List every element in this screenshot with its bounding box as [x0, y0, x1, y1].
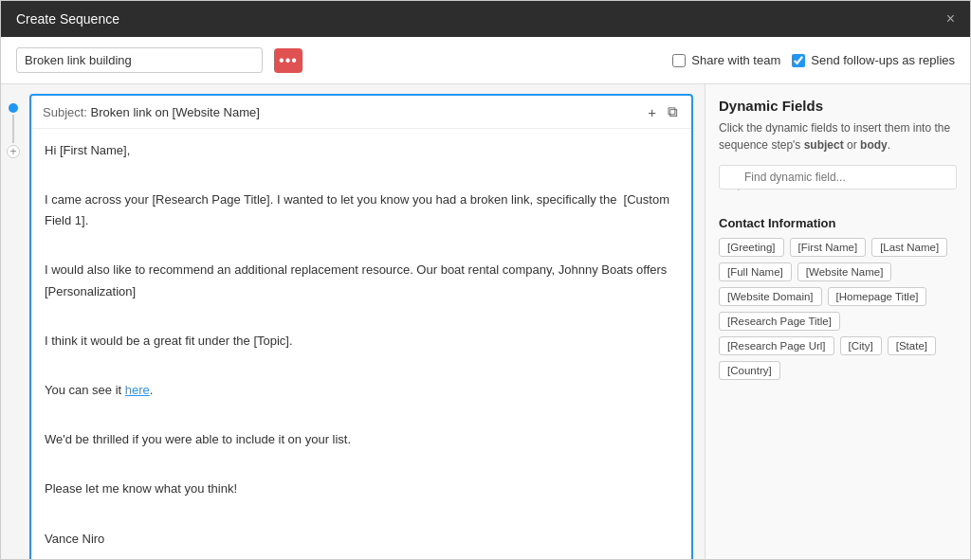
dynamic-fields-title: Dynamic Fields — [719, 98, 957, 114]
email-editor: Subject: Broken link on [Website Name] +… — [29, 94, 693, 559]
field-tag-website-domain[interactable]: [Website Domain] — [719, 287, 822, 306]
close-button[interactable]: × — [946, 10, 955, 27]
editor-body[interactable]: Hi [First Name], I came across your [Res… — [31, 129, 691, 559]
copy-subject-button[interactable]: ⧉ — [666, 103, 680, 120]
field-tag-full-name[interactable]: [Full Name] — [719, 262, 792, 281]
contact-info-section-title: Contact Information — [719, 216, 957, 230]
body-line-7: I think it would be a great fit under th… — [45, 331, 678, 352]
field-tag-greeting[interactable]: [Greeting] — [719, 238, 784, 257]
fields-grid: [Greeting] [First Name] [Last Name] [Ful… — [719, 238, 957, 380]
right-panel: Dynamic Fields Click the dynamic fields … — [705, 84, 970, 559]
dynamic-fields-desc: Click the dynamic fields to insert them … — [719, 119, 957, 154]
body-line-15: Vance Niro — [45, 529, 678, 550]
main-content: + Subject: Broken link on [Website Name]… — [1, 84, 970, 559]
body-line-10 — [45, 405, 678, 425]
body-line-12 — [45, 454, 678, 475]
send-follow-ups-label[interactable]: Send follow-ups as replies — [792, 53, 955, 67]
editor-header: Subject: Broken link on [Website Name] +… — [31, 96, 691, 129]
field-tag-city[interactable]: [City] — [840, 336, 882, 355]
step-dot-1 — [9, 103, 18, 113]
share-with-team-checkbox[interactable] — [672, 54, 686, 67]
step-line-1 — [12, 115, 14, 143]
body-line-2 — [45, 165, 678, 186]
subject-value: Broken link on [Website Name] — [91, 105, 260, 119]
left-panel: + Subject: Broken link on [Website Name]… — [1, 84, 705, 559]
send-follow-ups-text: Send follow-ups as replies — [811, 53, 955, 67]
editor-header-icons: + ⧉ — [646, 103, 680, 120]
step-indicators: + — [7, 103, 20, 158]
add-step-button[interactable]: + — [7, 145, 20, 158]
field-tag-last-name[interactable]: [Last Name] — [871, 238, 947, 257]
subject-line: Subject: Broken link on [Website Name] — [43, 105, 260, 119]
add-subject-button[interactable]: + — [646, 104, 658, 120]
body-line-9: You can see it here. — [45, 380, 678, 401]
field-tag-research-page-title[interactable]: [Research Page Title] — [719, 312, 840, 331]
body-line-16 — [45, 553, 678, 559]
field-tag-research-page-url[interactable]: [Research Page Url] — [719, 336, 834, 355]
share-with-team-label[interactable]: Share with team — [672, 53, 780, 67]
dynamic-field-search[interactable] — [719, 165, 957, 190]
field-tag-website-name[interactable]: [Website Name] — [797, 262, 892, 281]
dots-menu-button[interactable]: ••• — [274, 48, 302, 73]
share-with-team-text: Share with team — [691, 53, 780, 67]
body-line-11: We'd be thrilled if you were able to inc… — [45, 429, 678, 450]
field-tag-first-name[interactable]: [First Name] — [790, 238, 867, 257]
body-line-1: Hi [First Name], — [45, 140, 678, 161]
sequence-name-input[interactable] — [16, 47, 263, 73]
field-tag-state[interactable]: [State] — [888, 336, 936, 355]
body-line-14 — [45, 503, 678, 524]
subject-label: Subject: — [43, 105, 87, 119]
body-line-6 — [45, 306, 678, 327]
title-bar: Create Sequence × — [1, 1, 970, 37]
body-line-3: I came across your [Research Page Title]… — [45, 190, 678, 231]
here-link[interactable]: here — [125, 383, 150, 397]
search-wrapper: 🔍 — [719, 165, 957, 203]
window-title: Create Sequence — [16, 11, 119, 27]
field-tag-country[interactable]: [Country] — [719, 361, 780, 380]
body-line-8 — [45, 355, 678, 376]
send-follow-ups-checkbox[interactable] — [792, 54, 805, 67]
body-line-5: I would also like to recommend an additi… — [45, 260, 678, 301]
body-line-13: Please let me know what you think! — [45, 479, 678, 499]
field-tag-homepage-title[interactable]: [Homepage Title] — [828, 287, 927, 306]
toolbar: ••• Share with team Send follow-ups as r… — [1, 37, 970, 84]
body-line-4 — [45, 235, 678, 256]
app-window: Create Sequence × ••• Share with team Se… — [0, 0, 971, 560]
